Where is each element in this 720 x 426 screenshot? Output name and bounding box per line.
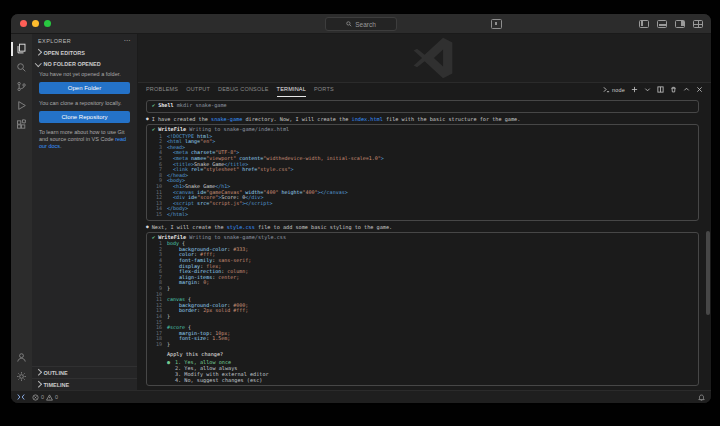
toggle-sidebar-icon[interactable] [639, 20, 649, 28]
search-box[interactable]: Search [325, 17, 397, 31]
panel-tab-bar: PROBLEMS OUTPUT DEBUG CONSOLE TERMINAL P… [138, 83, 711, 96]
maximize-panel-icon[interactable] [683, 86, 690, 93]
option-no-suggest-changes[interactable]: 4. No, suggest changes (esc) [167, 377, 693, 383]
zoom-window-button[interactable] [44, 20, 51, 27]
tab-debug-console[interactable]: DEBUG CONSOLE [218, 83, 269, 97]
tool-call-writefile-html: ✔ WriteFile Writing to snake-game/index.… [146, 124, 699, 221]
assistant-message: ● Next, I will create the style.css file… [146, 224, 703, 230]
activity-run-debug[interactable] [11, 96, 32, 115]
status-bar: 0 0 [11, 390, 711, 403]
toggle-secondary-sidebar-icon[interactable] [675, 20, 685, 28]
traffic-lights [11, 20, 51, 27]
activity-search[interactable] [11, 58, 32, 77]
no-folder-label: NO FOLDER OPENED [44, 61, 101, 67]
tool-call-shell: ✔ Shell mkdir snake-game [146, 100, 699, 113]
activity-extensions[interactable] [11, 115, 32, 134]
shell-command: mkdir snake-game [177, 103, 227, 109]
activity-account[interactable] [11, 348, 32, 367]
open-editors-label: OPEN EDITORS [44, 50, 85, 56]
activity-explorer[interactable] [11, 39, 32, 58]
customize-layout-icon[interactable] [693, 20, 703, 28]
warning-count: 0 [55, 394, 58, 400]
kill-terminal-icon[interactable] [670, 86, 677, 93]
bell-icon [698, 394, 705, 401]
clone-repository-button[interactable]: Clone Repository [39, 111, 130, 123]
tool-desc: Writing to snake-game/style.css [189, 235, 286, 241]
titlebar-widget-icon[interactable] [491, 19, 502, 29]
sidebar-header: EXPLORER ⋯ [32, 34, 137, 47]
close-window-button[interactable] [20, 20, 27, 27]
code-block-html: 1<!DOCTYPE html>2<html lang="en">3<head>… [152, 134, 693, 218]
check-icon: ✔ [152, 127, 155, 133]
remote-icon [17, 393, 25, 401]
gear-icon [16, 371, 27, 382]
account-icon [16, 352, 27, 363]
tool-call-writefile-css: ✔ WriteFile Writing to snake-game/style.… [146, 232, 699, 387]
bottom-panel: PROBLEMS OUTPUT DEBUG CONSOLE TERMINAL P… [138, 82, 711, 390]
activity-settings[interactable] [11, 367, 32, 386]
close-panel-icon[interactable] [696, 86, 703, 93]
toggle-panel-icon[interactable] [657, 20, 667, 28]
split-terminal-icon[interactable] [657, 86, 664, 93]
terminal[interactable]: ✔ Shell mkdir snake-game ● I have create… [138, 96, 711, 390]
check-icon: ✔ [152, 103, 155, 109]
git-docs-text: To learn more about how to use Git and s… [39, 129, 130, 150]
sidebar-welcome: You have not yet opened a folder. Open F… [32, 69, 137, 154]
extensions-icon [16, 119, 27, 130]
section-timeline[interactable]: TIMELINE [32, 378, 137, 390]
check-icon: ✔ [152, 235, 155, 241]
tab-output[interactable]: OUTPUT [186, 83, 210, 97]
model-bullet-icon: ● [146, 116, 149, 122]
files-icon [16, 43, 27, 54]
section-outline[interactable]: OUTLINE [32, 366, 137, 378]
explorer-sidebar: EXPLORER ⋯ OPEN EDITORS NO FOLDER OPENED… [32, 34, 138, 390]
new-terminal-icon[interactable] [631, 86, 638, 93]
code-line: 15</html> [152, 212, 693, 218]
terminal-dropdown-icon[interactable] [644, 86, 651, 93]
code-line: 19} [152, 342, 693, 348]
notifications-bell[interactable] [698, 394, 705, 401]
assistant-message: ● I have created the snake-game director… [146, 116, 703, 122]
tab-terminal[interactable]: TERMINAL [277, 83, 306, 97]
terminal-prompt-icon [603, 86, 610, 93]
tab-problems[interactable]: PROBLEMS [146, 83, 178, 97]
section-open-editors[interactable]: OPEN EDITORS [32, 47, 137, 58]
terminal-profile[interactable]: node [603, 86, 625, 93]
vscode-logo-watermark [411, 37, 455, 79]
open-folder-button[interactable]: Open Folder [39, 82, 130, 94]
chevron-right-icon [35, 369, 41, 375]
tab-ports[interactable]: PORTS [314, 83, 334, 97]
editor-area [138, 34, 711, 82]
chevron-right-icon [35, 381, 41, 387]
activity-bar [11, 34, 32, 390]
empty-folder-text: You have not yet opened a folder. [39, 71, 130, 78]
section-no-folder-opened[interactable]: NO FOLDER OPENED [32, 58, 137, 69]
source-control-icon [16, 81, 27, 92]
run-debug-icon [16, 100, 27, 111]
tool-name: Shell [158, 103, 174, 109]
search-label: Search [355, 21, 376, 28]
more-actions-icon[interactable]: ⋯ [124, 37, 132, 45]
terminal-controls: node [603, 86, 703, 93]
search-icon [16, 62, 27, 73]
error-count: 0 [41, 394, 44, 400]
clone-text: You can clone a repository locally. [39, 100, 130, 107]
error-icon [32, 394, 39, 401]
apply-change-prompt: Apply this change? [167, 352, 693, 358]
vscode-window: Search [10, 13, 712, 404]
titlebar: Search [11, 14, 711, 34]
timeline-label: TIMELINE [44, 382, 70, 388]
problems-indicator[interactable]: 0 0 [32, 394, 58, 401]
layout-controls [639, 20, 703, 28]
search-icon [346, 21, 352, 27]
remote-indicator[interactable] [17, 393, 25, 401]
workarea: PROBLEMS OUTPUT DEBUG CONSOLE TERMINAL P… [138, 34, 711, 390]
chevron-right-icon [35, 49, 41, 55]
minimize-window-button[interactable] [32, 20, 39, 27]
model-bullet-icon: ● [146, 224, 149, 230]
activity-source-control[interactable] [11, 77, 32, 96]
warning-icon [46, 394, 53, 401]
code-block-css: 1body {2 background-color: #333;3 color:… [152, 241, 693, 347]
sidebar-bottom-sections: OUTLINE TIMELINE [32, 366, 137, 390]
terminal-scrollbar[interactable] [706, 231, 710, 315]
